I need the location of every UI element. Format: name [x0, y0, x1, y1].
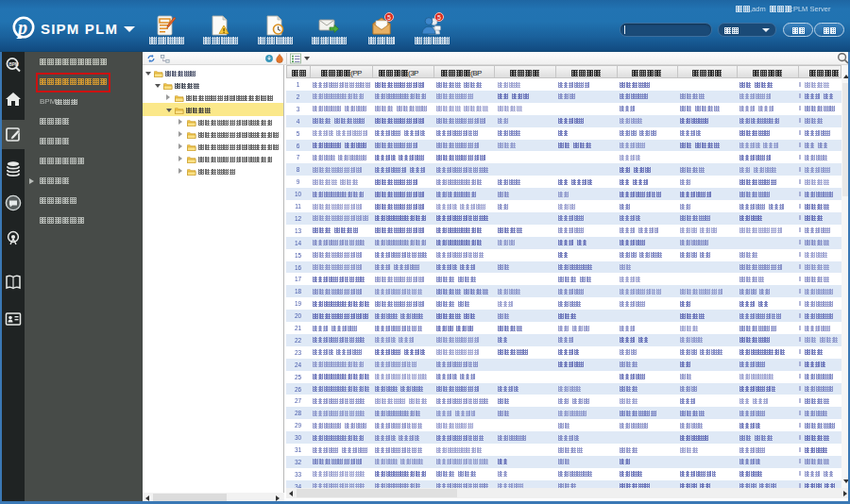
svg-text:p: p	[16, 17, 27, 39]
svg-text:BPM: BPM	[8, 62, 18, 67]
